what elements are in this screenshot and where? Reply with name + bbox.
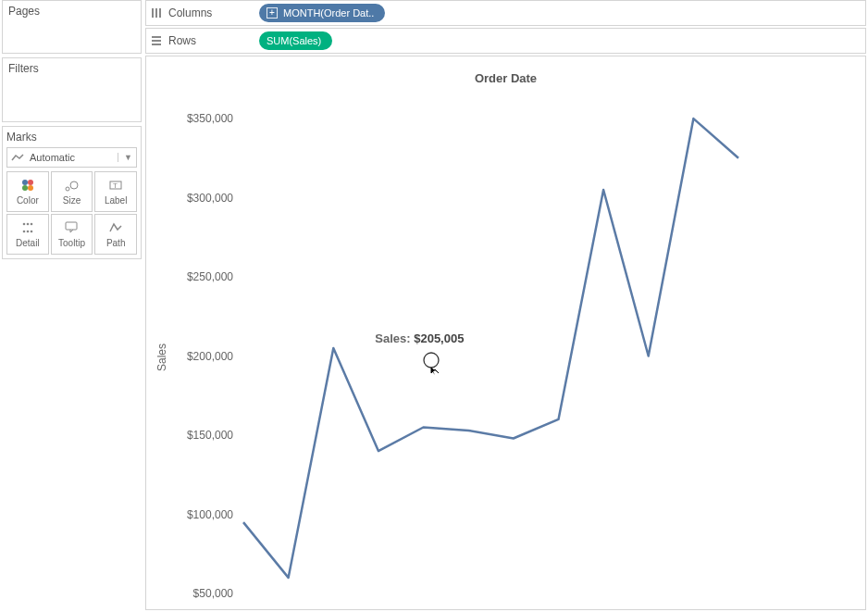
columns-icon: [150, 6, 163, 19]
columns-pill-orderdate[interactable]: + MONTH(Order Dat..: [259, 4, 385, 22]
annotation-value: $205,005: [414, 331, 464, 345]
svg-rect-20: [152, 44, 161, 45]
tooltip-icon: [64, 220, 79, 235]
svg-point-0: [22, 180, 28, 185]
pages-panel: Pages: [2, 0, 142, 54]
marks-detail-label: Detail: [16, 238, 40, 248]
annotation-prefix: Sales:: [375, 331, 414, 345]
svg-point-9: [27, 223, 30, 226]
marks-path-label: Path: [106, 238, 126, 248]
marks-path-button[interactable]: Path: [94, 214, 137, 255]
filters-panel: Filters: [2, 57, 142, 122]
label-icon: T: [108, 178, 123, 193]
rows-shelf-label: Rows: [168, 34, 196, 47]
marks-label-button[interactable]: T Label: [94, 171, 137, 212]
svg-point-12: [27, 231, 30, 233]
rows-pill-sales[interactable]: SUM(Sales): [259, 31, 332, 50]
svg-rect-19: [152, 40, 161, 42]
svg-point-13: [31, 231, 33, 233]
svg-rect-15: [152, 8, 154, 18]
svg-point-10: [31, 223, 33, 226]
marks-panel-title: Marks: [6, 131, 137, 144]
filters-panel-title: Filters: [8, 62, 135, 75]
marks-size-label: Size: [63, 195, 81, 206]
rows-icon: [150, 34, 163, 47]
columns-shelf[interactable]: Columns + MONTH(Order Dat..: [145, 0, 866, 26]
viz-canvas[interactable]: Order Date Sales $350,000$300,000$250,00…: [145, 56, 866, 610]
svg-rect-17: [159, 8, 161, 18]
marks-tooltip-label: Tooltip: [58, 238, 85, 248]
marks-detail-button[interactable]: Detail: [6, 214, 49, 255]
rows-shelf[interactable]: Rows SUM(Sales): [145, 28, 866, 54]
columns-shelf-label: Columns: [168, 6, 212, 19]
svg-point-11: [23, 231, 26, 233]
expand-icon: +: [267, 7, 278, 19]
svg-rect-14: [66, 222, 77, 230]
annotation-label: Sales: $205,005: [375, 331, 464, 345]
svg-point-8: [23, 223, 26, 226]
marks-panel: Marks Automatic ▼ Color Size T: [2, 126, 142, 259]
svg-point-3: [28, 185, 33, 191]
mark-type-label: Automatic: [30, 152, 75, 163]
svg-point-1: [28, 180, 33, 185]
marks-label-label: Label: [105, 195, 127, 206]
color-icon: [20, 178, 35, 193]
line-chart: [146, 56, 863, 610]
svg-rect-18: [152, 36, 161, 38]
detail-icon: [20, 220, 35, 235]
svg-point-5: [70, 181, 78, 189]
pages-panel-title: Pages: [8, 5, 135, 18]
path-icon: [108, 220, 123, 235]
marks-color-label: Color: [17, 195, 39, 206]
marks-size-button[interactable]: Size: [51, 171, 93, 212]
svg-rect-16: [155, 8, 157, 18]
svg-point-4: [66, 187, 69, 191]
svg-text:T: T: [113, 181, 118, 190]
marks-color-button[interactable]: Color: [6, 171, 49, 212]
mark-type-dropdown[interactable]: Automatic ▼: [6, 147, 137, 168]
chevron-down-icon: ▼: [118, 153, 132, 162]
line-mark-icon: [11, 153, 24, 162]
svg-point-2: [22, 185, 28, 191]
rows-pill-label: SUM(Sales): [267, 35, 321, 46]
size-icon: [64, 178, 79, 193]
columns-pill-label: MONTH(Order Dat..: [283, 7, 374, 19]
marks-tooltip-button[interactable]: Tooltip: [51, 214, 93, 255]
